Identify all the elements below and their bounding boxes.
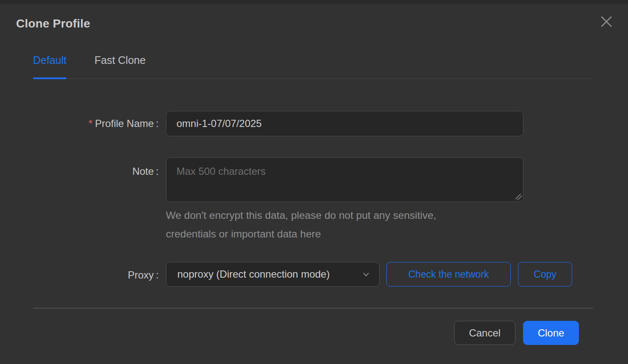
label-colon: : [156,118,159,130]
profile-name-label: *Profile Name: [0,118,159,130]
label-colon: : [156,269,159,281]
cancel-button[interactable]: Cancel [454,321,515,345]
label-colon: : [156,165,159,177]
tab-default[interactable]: Default [33,51,66,78]
proxy-select[interactable]: noproxy (Direct connection mode) [166,262,380,287]
tab-fast-clone[interactable]: Fast Clone [94,51,146,78]
note-hint-line2: credentials or important data here [166,225,504,243]
note-hint: We don't encrypt this data, please do no… [166,206,504,243]
required-asterisk: * [88,118,92,129]
tab-bar: Default Fast Clone [33,51,593,79]
chevron-down-icon [361,270,371,279]
note-textarea[interactable] [166,157,523,202]
check-network-button[interactable]: Check the network [386,262,511,287]
clone-button[interactable]: Clone [523,321,579,345]
proxy-selected-value: noproxy (Direct connection mode) [177,268,361,280]
proxy-label: Proxy: [0,269,159,281]
profile-name-input[interactable] [166,111,523,136]
note-label-text: Note [132,165,154,177]
note-hint-line1: We don't encrypt this data, please do no… [166,206,504,225]
close-icon [600,15,613,28]
dialog-title: Clone Profile [16,17,90,30]
profile-name-label-text: Profile Name [95,118,154,129]
footer-divider [33,308,593,309]
close-button[interactable] [598,13,615,30]
note-label: Note: [0,165,159,177]
proxy-label-text: Proxy [128,269,154,281]
clone-profile-dialog: Clone Profile Default Fast Clone *Profil… [0,4,628,364]
copy-button[interactable]: Copy [518,262,572,287]
